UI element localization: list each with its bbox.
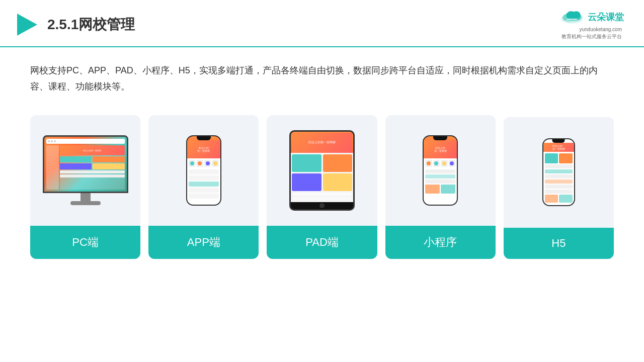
phone-screen-content-mini: 职达人的第一堂网课 bbox=[424, 140, 457, 205]
svg-point-5 bbox=[572, 11, 581, 19]
grid-item bbox=[212, 160, 219, 167]
grid-item bbox=[204, 160, 211, 167]
tablet-home-btn bbox=[319, 203, 325, 208]
app-image-area: 职达人的第一堂网课 bbox=[148, 115, 259, 226]
description: 网校支持PC、APP、PAD、小程序、H5，实现多端打通，产品各终端自由切换，数… bbox=[30, 62, 614, 95]
main-content: 网校支持PC、APP、PAD、小程序、H5，实现多端打通，产品各终端自由切换，数… bbox=[0, 47, 644, 362]
card-app: 职达人的第一堂网课 bbox=[148, 115, 259, 259]
monitor-dot bbox=[48, 140, 50, 142]
screen-row bbox=[545, 164, 573, 168]
phone-banner: 职达人的第一堂网课 bbox=[187, 140, 220, 158]
screen-mini-card bbox=[545, 153, 558, 163]
logo-url: yunduoketang.com bbox=[579, 27, 622, 32]
phone-h5-notch bbox=[552, 139, 565, 143]
cards-container: 职达人的第一堂网课 bbox=[30, 115, 614, 259]
phone-screen: 职达人的第一堂网课 bbox=[187, 136, 220, 205]
phone-list-item bbox=[189, 175, 219, 180]
logo-sub: yunduoketang.com 教育机构一站式服务云平台 bbox=[561, 26, 622, 40]
grid-item bbox=[196, 160, 203, 167]
logo-area: 云朵课堂 yunduoketang.com 教育机构一站式服务云平台 bbox=[559, 9, 624, 40]
tablet-screen: 职达人的第一堂网课 bbox=[291, 132, 353, 202]
logo-sub-text: 教育机构一站式服务云平台 bbox=[561, 34, 622, 39]
screen-header: 职达人的第一堂网课 bbox=[543, 143, 574, 152]
phone-mini: 职达人的第一堂网课 bbox=[423, 135, 458, 206]
phone-screen-content: 职达人的第一堂网课 bbox=[187, 140, 220, 205]
phone-list-item bbox=[189, 169, 219, 174]
pad-image-area: 职达人的第一堂网课 bbox=[267, 115, 377, 226]
monitor-wrap: 职达人的第一堂网课 bbox=[43, 135, 128, 205]
phone-banner-mini: 职达人的第一堂网课 bbox=[424, 140, 457, 158]
screen-header-text: 职达人的第一堂网课 bbox=[552, 144, 565, 150]
header: 2.5.1网校管理 云朵课堂 yunduoketang.com bbox=[0, 0, 644, 47]
phone-list-item bbox=[189, 188, 219, 193]
page-title: 2.5.1网校管理 bbox=[47, 15, 135, 34]
page: 2.5.1网校管理 云朵课堂 yunduoketang.com bbox=[0, 0, 644, 362]
h5-label: H5 bbox=[504, 228, 614, 259]
monitor-dot bbox=[54, 140, 56, 142]
card-h5: 职达人的第一堂网课 bbox=[504, 117, 614, 259]
tablet-card bbox=[323, 173, 353, 191]
phone-banner-text-mini: 职达人的第一堂网课 bbox=[434, 146, 447, 152]
screen-row bbox=[545, 185, 573, 189]
phone-grid-mini bbox=[424, 158, 457, 168]
tablet-card bbox=[292, 154, 321, 172]
phone-notch bbox=[197, 136, 211, 140]
grid-item bbox=[189, 160, 196, 167]
tablet-card bbox=[323, 154, 353, 172]
phone-notch-mini bbox=[433, 136, 447, 140]
phone-list-item bbox=[189, 194, 219, 199]
grid-item-mini bbox=[441, 160, 448, 167]
phone-h5-screen: 职达人的第一堂网课 bbox=[543, 139, 574, 205]
tablet-card bbox=[292, 173, 321, 191]
screen-row-teal bbox=[545, 169, 573, 173]
monitor-main: 职达人的第一堂网课 bbox=[60, 145, 125, 190]
app-label: APP端 bbox=[148, 226, 259, 259]
logo-cloud: 云朵课堂 bbox=[559, 9, 624, 25]
monitor-topbar bbox=[46, 139, 125, 144]
phone-grid bbox=[187, 158, 220, 168]
play-icon bbox=[15, 13, 39, 37]
h5-image-area: 职达人的第一堂网课 bbox=[504, 117, 614, 228]
screen-row bbox=[545, 190, 573, 194]
phone-list-item bbox=[189, 182, 219, 187]
card-pad: 职达人的第一堂网课 bbox=[267, 115, 377, 259]
monitor-stand bbox=[80, 193, 91, 201]
grid-item-mini bbox=[425, 160, 432, 167]
pc-image-area: 职达人的第一堂网课 bbox=[30, 115, 140, 226]
tablet-content-grid bbox=[292, 154, 352, 191]
grid-item-mini bbox=[449, 160, 456, 167]
screen-mini-grid bbox=[545, 153, 573, 163]
tablet-banner-text: 职达人的第一堂网课 bbox=[308, 140, 336, 145]
monitor: 职达人的第一堂网课 bbox=[43, 135, 128, 193]
card-miniprogram: 职达人的第一堂网课 bbox=[385, 115, 496, 259]
screen-mini-card bbox=[559, 153, 573, 163]
pc-label: PC端 bbox=[30, 226, 140, 259]
miniprogram-label: 小程序 bbox=[385, 226, 496, 259]
cloud-icon bbox=[559, 9, 585, 25]
phone-banner-text: 职达人的第一堂网课 bbox=[197, 146, 210, 152]
screen-row-orange bbox=[545, 179, 573, 184]
tablet-banner: 职达人的第一堂网课 bbox=[292, 133, 352, 153]
monitor-screen: 职达人的第一堂网课 bbox=[44, 137, 127, 192]
tablet: 职达人的第一堂网课 bbox=[289, 130, 355, 211]
monitor-base bbox=[70, 201, 101, 205]
phone-screen-mini: 职达人的第一堂网课 bbox=[424, 136, 457, 205]
screen-row bbox=[545, 174, 573, 178]
svg-marker-0 bbox=[17, 14, 37, 36]
logo-name: 云朵课堂 bbox=[588, 11, 624, 23]
monitor-content: 职达人的第一堂网课 bbox=[46, 145, 125, 190]
phone-h5: 职达人的第一堂网课 bbox=[542, 138, 575, 206]
monitor-dot bbox=[51, 140, 53, 142]
screen-body bbox=[543, 152, 574, 204]
monitor-sidebar bbox=[46, 145, 59, 190]
header-left: 2.5.1网校管理 bbox=[15, 13, 135, 37]
miniprogram-image-area: 职达人的第一堂网课 bbox=[385, 115, 496, 226]
pad-label: PAD端 bbox=[267, 226, 377, 259]
grid-item-mini bbox=[433, 160, 440, 167]
phone-app: 职达人的第一堂网课 bbox=[186, 135, 221, 206]
card-pc: 职达人的第一堂网课 bbox=[30, 115, 140, 259]
